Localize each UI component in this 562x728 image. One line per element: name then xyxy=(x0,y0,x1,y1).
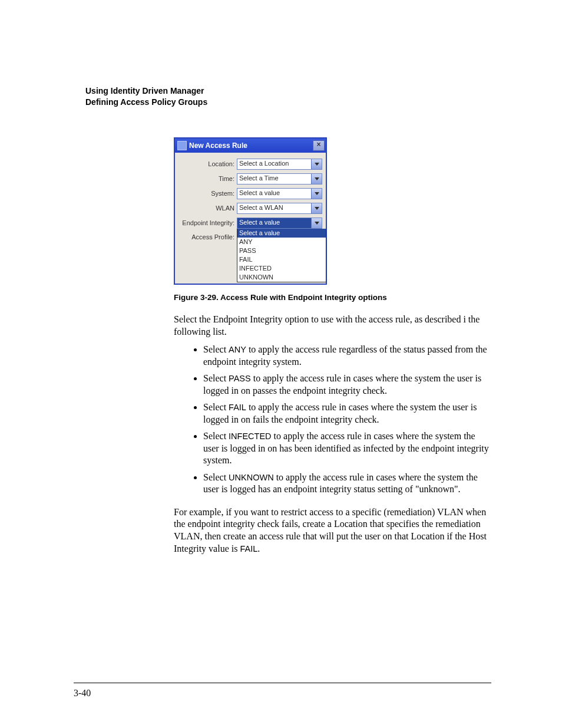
location-combo[interactable]: Select a Location xyxy=(237,159,322,170)
chevron-down-icon xyxy=(311,189,322,199)
access-profile-label: Access Profile: xyxy=(178,232,237,241)
dialog-titlebar: New Access Rule × xyxy=(175,139,326,153)
window-icon xyxy=(177,141,187,150)
list-item: Select INFECTED to apply the access rule… xyxy=(203,430,491,466)
field-row-time: Time: Select a Time xyxy=(178,173,322,185)
wlan-combo-value: Select a WLAN xyxy=(237,203,311,213)
endpoint-integrity-combo[interactable]: Select a value xyxy=(237,218,322,229)
chevron-down-icon xyxy=(311,159,322,169)
endpoint-integrity-label: Endpoint Integrity: xyxy=(178,219,237,226)
options-list: Select ANY to apply the access rule rega… xyxy=(189,344,491,495)
system-label: System: xyxy=(178,190,237,197)
dropdown-option[interactable]: ANY xyxy=(237,238,326,246)
endpoint-integrity-combo-value: Select a value xyxy=(237,218,311,228)
field-row-wlan: WLAN Select a WLAN xyxy=(178,203,322,214)
dialog-title: New Access Rule xyxy=(189,141,313,150)
option-keyword: FAIL xyxy=(229,403,246,412)
time-combo-value: Select a Time xyxy=(237,174,311,184)
field-row-endpoint-integrity: Endpoint Integrity: Select a value xyxy=(178,218,322,229)
dropdown-option[interactable]: FAIL xyxy=(237,255,326,264)
dialog-body: Location: Select a Location Time: Select… xyxy=(175,153,326,284)
list-item: Select ANY to apply the access rule rega… xyxy=(203,344,491,368)
option-keyword: INFECTED xyxy=(229,431,272,441)
dropdown-option[interactable]: PASS xyxy=(237,246,326,255)
page-number: 3-40 xyxy=(74,688,91,699)
wlan-combo[interactable]: Select a WLAN xyxy=(237,203,322,214)
option-keyword: PASS xyxy=(229,374,251,383)
option-keyword: ANY xyxy=(229,345,246,354)
time-label: Time: xyxy=(178,175,237,182)
close-button[interactable]: × xyxy=(313,140,325,151)
header-line-1: Using Identity Driven Manager xyxy=(85,85,491,97)
header-line-2: Defining Access Policy Groups xyxy=(85,97,491,108)
dropdown-option[interactable]: UNKNOWN xyxy=(237,273,326,282)
wlan-label: WLAN xyxy=(178,205,237,212)
list-item: Select PASS to apply the access rule in … xyxy=(203,373,491,397)
system-combo-value: Select a value xyxy=(237,189,311,199)
chevron-down-icon xyxy=(311,174,322,184)
list-item: Select UNKNOWN to apply the access rule … xyxy=(203,472,491,496)
example-paragraph: For example, if you want to restrict acc… xyxy=(174,506,491,555)
field-row-system: System: Select a value xyxy=(178,188,322,199)
time-combo[interactable]: Select a Time xyxy=(237,173,322,185)
location-combo-value: Select a Location xyxy=(237,159,311,169)
chevron-down-icon xyxy=(311,203,322,213)
intro-paragraph: Select the Endpoint Integrity option to … xyxy=(174,314,491,338)
dropdown-option[interactable]: INFECTED xyxy=(237,264,326,273)
endpoint-integrity-dropdown[interactable]: Select a value ANY PASS FAIL INFECTED UN… xyxy=(237,229,326,282)
chevron-down-icon xyxy=(311,218,322,228)
option-keyword: UNKNOWN xyxy=(229,473,274,482)
location-label: Location: xyxy=(178,160,237,167)
example-keyword: FAIL xyxy=(240,544,257,554)
new-access-rule-dialog: New Access Rule × Location: Select a Loc… xyxy=(174,137,327,285)
footer-rule xyxy=(74,683,491,683)
field-row-location: Location: Select a Location xyxy=(178,159,322,170)
system-combo[interactable]: Select a value xyxy=(237,188,322,199)
figure-caption: Figure 3-29. Access Rule with Endpoint I… xyxy=(174,293,491,302)
running-header: Using Identity Driven Manager Defining A… xyxy=(85,85,491,108)
dropdown-option[interactable]: Select a value xyxy=(237,229,326,238)
list-item: Select FAIL to apply the access rule in … xyxy=(203,401,491,426)
